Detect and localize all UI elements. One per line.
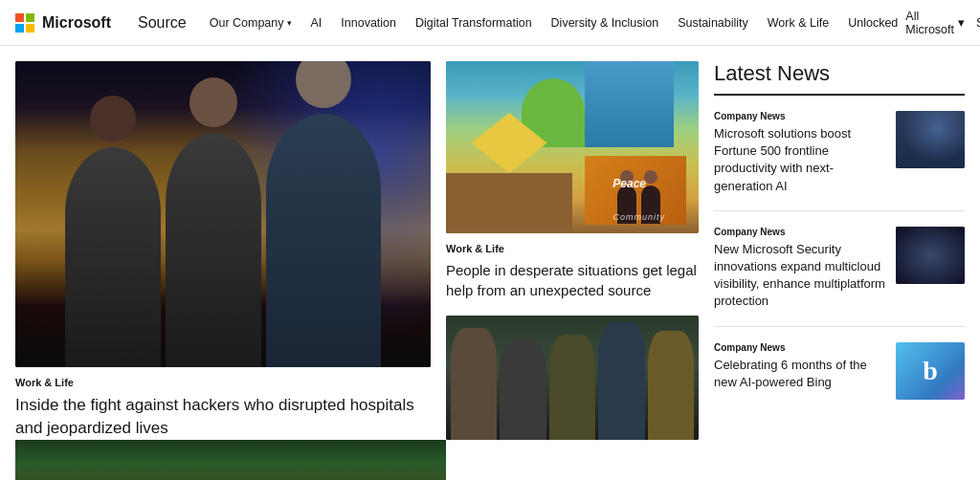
news-item-3-headline: Celebrating 6 months of the new AI-power… — [714, 357, 886, 391]
nav-work-life[interactable]: Work & Life — [760, 12, 836, 33]
feature-image[interactable] — [15, 61, 431, 367]
news-item-2-category: Company News — [714, 227, 886, 237]
bottom-image-background — [15, 440, 446, 480]
mural-shapes — [446, 61, 699, 233]
group-figure-1 — [451, 328, 497, 440]
feature-article-tag: Work & Life — [15, 377, 431, 388]
news-item-1-headline: Microsoft solutions boost Fortune 500 fr… — [714, 125, 886, 195]
group-figure-4 — [598, 322, 644, 441]
news-item-1-text: Company News Microsoft solutions boost F… — [714, 111, 886, 195]
news-item-3-thumbnail: b — [896, 342, 965, 400]
news-item-3-category: Company News — [714, 342, 886, 353]
latest-news-column: Latest News Company News Microsoft solut… — [714, 61, 965, 440]
nav-digital-transformation[interactable]: Digital Transformation — [408, 12, 540, 33]
chevron-down-icon: ▾ — [287, 18, 292, 28]
site-header: Microsoft Source Our Company ▾ AI Innova… — [0, 0, 980, 46]
peace-mural-text: Peace — [612, 177, 646, 190]
news-item-2[interactable]: Company News New Microsoft Security inno… — [714, 227, 965, 327]
mural-blue-shape — [585, 61, 673, 147]
middle-column: Peace Community Work & Life People in de… — [446, 61, 714, 440]
bing-logo-letter: b — [923, 356, 938, 386]
nav-sustainability[interactable]: Sustainability — [670, 12, 756, 33]
group-figure-3 — [549, 335, 595, 441]
news-item-2-text: Company News New Microsoft Security inno… — [714, 227, 886, 311]
chevron-down-icon: ▾ — [958, 15, 965, 30]
person-figure-3 — [266, 114, 381, 367]
all-microsoft-menu[interactable]: All Microsoft ▾ — [905, 10, 965, 36]
nav-ai[interactable]: AI — [303, 12, 330, 33]
brand-name: Microsoft — [42, 14, 111, 32]
person-figure-1 — [65, 147, 161, 367]
middle-article-2-image[interactable] — [446, 316, 699, 440]
group-figure-5 — [648, 331, 694, 440]
middle-article-1-image[interactable]: Peace Community — [446, 61, 699, 233]
bottom-spacer — [446, 440, 965, 480]
search-button[interactable]: Search 🔍 — [976, 15, 980, 30]
source-label[interactable]: Source — [138, 14, 187, 32]
nav-our-company[interactable]: Our Company ▾ — [202, 12, 300, 33]
latest-news-divider — [714, 94, 965, 96]
news-item-3-text: Company News Celebrating 6 months of the… — [714, 342, 886, 400]
nav-innovation[interactable]: Innovation — [333, 12, 404, 33]
bottom-feature-image[interactable] — [15, 440, 446, 480]
header-right-controls: All Microsoft ▾ Search 🔍 Cart 🛒 — [905, 10, 980, 36]
news-item-2-thumbnail — [896, 227, 965, 284]
bottom-row — [0, 440, 980, 480]
feature-article-title[interactable]: Inside the fight against hackers who dis… — [15, 394, 431, 440]
ms-grid-logo — [15, 13, 34, 33]
community-mural-text: Community — [612, 212, 665, 222]
news-item-1[interactable]: Company News Microsoft solutions boost F… — [714, 111, 965, 211]
news-item-1-category: Company News — [714, 111, 886, 121]
group-figures-illustration — [446, 316, 699, 440]
feature-article: Work & Life Inside the fight against hac… — [15, 61, 446, 440]
latest-news-heading: Latest News — [714, 61, 965, 86]
middle-article-1-title[interactable]: People in desperate situations get legal… — [446, 260, 699, 300]
news-item-2-headline: New Microsoft Security innovations expan… — [714, 241, 886, 311]
nav-unlocked[interactable]: Unlocked — [840, 12, 905, 33]
middle-article-1-tag: Work & Life — [446, 243, 699, 254]
news-item-3[interactable]: Company News Celebrating 6 months of the… — [714, 342, 965, 415]
main-nav: Our Company ▾ AI Innovation Digital Tran… — [202, 12, 906, 33]
people-illustration — [44, 119, 402, 367]
news-item-1-thumbnail — [896, 111, 965, 168]
group-figure-2 — [500, 340, 546, 440]
main-content: Work & Life Inside the fight against hac… — [0, 46, 980, 440]
mural-brown-shape — [446, 173, 572, 233]
microsoft-logo[interactable]: Microsoft — [15, 13, 111, 33]
nav-diversity[interactable]: Diversity & Inclusion — [544, 12, 667, 33]
person-figure-2 — [166, 133, 261, 367]
